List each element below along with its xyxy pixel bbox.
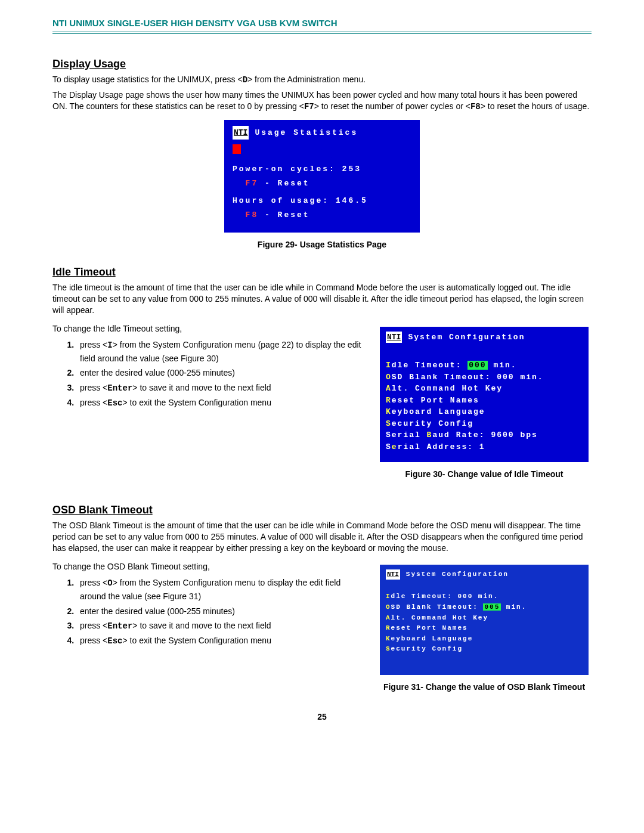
hotkey-e: e [392, 442, 398, 451]
doc-header-title: NTI UNIMUX SINGLE-USER HIGH DENSITY VGA … [52, 18, 592, 28]
idle-timeout-steps: press <I> from the System Configuration … [64, 338, 365, 410]
text: ecurity Config [392, 419, 473, 428]
text: dle Timeout: 000 min. [391, 593, 499, 600]
hotkey-a: A [386, 614, 391, 621]
figure-31-caption: Figure 31- Change the value of OSD Blank… [377, 682, 592, 692]
reset-label: - Reset [258, 210, 309, 219]
text: dle Timeout: [392, 361, 467, 370]
screen-title: System Configuration [406, 569, 509, 580]
step-4: press <Esc> to exit the System Configura… [76, 634, 365, 648]
page-number: 25 [52, 712, 592, 721]
text: lt. Command Hot Key [392, 384, 503, 393]
screen-title: System Configuration [408, 332, 525, 343]
key-f7-label: F7 [246, 179, 259, 188]
heading-osd-blank-timeout: OSD Blank Timeout [52, 504, 592, 516]
text: press < [80, 383, 107, 392]
text: > from the System Configuration menu to … [80, 578, 340, 601]
text: eset Port Names [391, 624, 468, 631]
hotkey-b: B [427, 431, 433, 439]
osd-blank-p1: The OSD Blank Timeout is the amount of t… [52, 520, 592, 554]
text: > to save it and move to the next field [132, 621, 271, 630]
idle-value: 000 [467, 361, 487, 370]
figure-29-caption: Figure 29- Usage Statistics Page [52, 240, 592, 249]
figure-31-screen: NTI System Configuration Idle Timeout: 0… [380, 565, 589, 675]
text: To display usage statistics for the UNIM… [52, 75, 243, 84]
display-usage-p1: To display usage statistics for the UNIM… [52, 74, 592, 86]
step-2: enter the desired value (000-255 minutes… [76, 605, 365, 618]
nti-logo: NTI [386, 332, 402, 343]
power-cycles-line: Power-on cycles: 253 [233, 162, 411, 176]
hotkey-a: A [386, 384, 392, 393]
osd-blank-steps: press <O> from the System Configuration … [64, 576, 365, 648]
key-enter: Enter [107, 621, 132, 631]
nti-logo: NTI [233, 126, 249, 140]
step-1: press <I> from the System Configuration … [76, 338, 365, 366]
nti-logo: NTI [386, 569, 400, 580]
screen-title: Usage Statistics [255, 126, 358, 140]
hotkey-i: I [386, 361, 392, 370]
text: > to exit the System Configuration menu [123, 636, 271, 645]
key-esc: Esc [107, 398, 122, 408]
reset-label: - Reset [258, 179, 309, 188]
figure-30-caption: Figure 30- Change value of Idle Timeout [377, 469, 592, 479]
key-esc: Esc [107, 636, 122, 646]
text: aud Rate: 9600 bps [432, 431, 537, 439]
step-3: press <Enter> to save it and move to the… [76, 381, 365, 395]
text: press < [80, 340, 107, 349]
osd-value: 005 [483, 603, 501, 611]
text: ecurity Config [391, 645, 463, 652]
key-enter: Enter [107, 383, 132, 393]
text: press < [80, 636, 107, 645]
text: > to save it and move to the next field [132, 383, 271, 392]
key-i: I [107, 340, 112, 350]
key-d: D [243, 75, 247, 85]
heading-display-usage: Display Usage [52, 58, 592, 70]
hotkey-r: R [386, 624, 391, 631]
text: > to reset the hours of usage. [481, 101, 590, 111]
text: S [386, 442, 392, 451]
hotkey-o: O [386, 603, 391, 611]
text: Serial [386, 431, 427, 439]
figure-30-screen: NTI System Configuration Idle Timeout: 0… [380, 327, 589, 463]
key-f8: F8 [470, 102, 481, 112]
step-2: enter the desired value (000-255 minutes… [76, 366, 365, 379]
step-4: press <Esc> to exit the System Configura… [76, 396, 365, 410]
key-f8-label: F8 [246, 210, 259, 219]
hotkey-r: R [386, 396, 392, 405]
step-1: press <O> from the System Configuration … [76, 576, 365, 603]
text: SD Blank Timeout: 000 min. [392, 373, 544, 382]
text: press < [80, 398, 107, 407]
text: SD Blank Timeout: [391, 603, 484, 611]
idle-timeout-p1: The idle timeout is the amount of time t… [52, 282, 592, 316]
hotkey-s: S [386, 645, 391, 652]
hours-usage-line: Hours of usage: 146.5 [233, 194, 411, 208]
display-usage-p2: The Display Usage page shows the user ho… [52, 89, 592, 113]
text: min. [501, 603, 527, 611]
text: lt. Command Hot Key [391, 614, 488, 621]
text: eyboard Language [391, 635, 473, 642]
text: > from the System Configuration menu (pa… [80, 340, 361, 363]
cursor-block [233, 144, 241, 154]
step-3: press <Enter> to save it and move to the… [76, 619, 365, 633]
text: eset Port Names [392, 396, 479, 405]
hotkey-k: K [386, 635, 391, 642]
text: > to reset the number of power cycles or… [314, 101, 470, 111]
text: min. [488, 361, 517, 370]
key-f7: F7 [304, 102, 314, 112]
heading-idle-timeout: Idle Timeout [52, 266, 592, 278]
osd-blank-lead: To change the OSD Blank Timeout setting, [52, 561, 365, 572]
text: > to exit the System Configuration menu [123, 398, 271, 407]
figure-29-screen: NTI Usage Statistics Power-on cycles: 25… [224, 120, 420, 233]
text: press < [80, 621, 107, 630]
hotkey-o: O [386, 373, 392, 382]
text: > from the Administration menu. [247, 75, 366, 84]
hotkey-i: I [386, 593, 391, 600]
hotkey-s: S [386, 419, 392, 428]
idle-timeout-lead: To change the Idle Timeout setting, [52, 323, 365, 335]
hotkey-k: K [386, 407, 392, 416]
text: rial Address: 1 [398, 442, 485, 451]
text: eyboard Language [392, 407, 485, 416]
key-o: O [107, 578, 112, 588]
text: press < [80, 578, 107, 587]
header-rule [52, 32, 592, 34]
